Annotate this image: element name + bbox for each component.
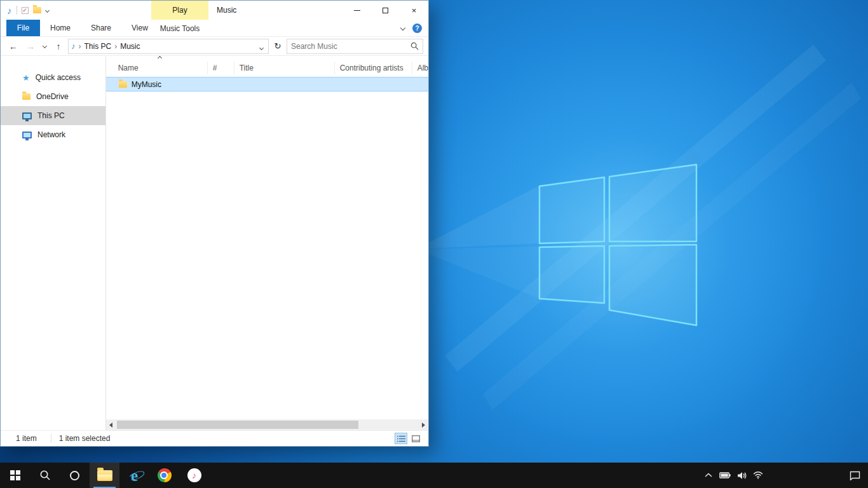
- scrollbar-thumb[interactable]: [117, 421, 358, 429]
- location-music-icon: ♪: [71, 41, 76, 51]
- action-center-icon: [850, 471, 860, 480]
- ribbon-tab-strip: File Home Share View Music Tools ?: [1, 20, 428, 37]
- scrollbar-track[interactable]: [116, 419, 419, 430]
- action-center-button[interactable]: [841, 463, 868, 488]
- column-header-title[interactable]: Title: [234, 62, 335, 74]
- close-icon: ×: [412, 6, 417, 15]
- qat-check-icon[interactable]: ✓: [22, 7, 29, 14]
- contextual-group-music-tools[interactable]: Music Tools: [151, 20, 208, 37]
- taskbar-chrome-button[interactable]: [149, 463, 179, 488]
- desktop: ♪ ✓ Play Music × File Home Share View Mu…: [0, 0, 868, 488]
- column-header-album[interactable]: Alb: [412, 62, 428, 74]
- large-icons-view-icon: [412, 435, 420, 442]
- item-count: 1 item: [16, 434, 37, 443]
- quick-access-star-icon: ★: [22, 74, 30, 82]
- explorer-window: ♪ ✓ Play Music × File Home Share View Mu…: [0, 0, 429, 447]
- this-pc-icon: [22, 112, 32, 119]
- scroll-right-button[interactable]: [419, 419, 428, 430]
- chevron-down-icon: [259, 45, 264, 50]
- cortana-icon: [70, 471, 79, 480]
- search-icon: [39, 470, 51, 481]
- folder-icon: [119, 81, 127, 88]
- help-icon[interactable]: ?: [412, 24, 422, 33]
- address-bar-row: ← → ↑ ♪ › This PC › Music ↻: [1, 37, 428, 56]
- window-title: Music: [217, 1, 236, 20]
- ribbon-right-controls: ?: [401, 20, 428, 36]
- sort-ascending-icon: [158, 56, 162, 60]
- details-view-button[interactable]: [395, 433, 407, 444]
- start-button[interactable]: [0, 463, 30, 488]
- expand-ribbon-icon[interactable]: [400, 25, 405, 30]
- app-music-icon: ♪: [7, 6, 12, 15]
- column-header-name[interactable]: Name: [106, 62, 208, 74]
- qat-folder-icon[interactable]: [33, 7, 41, 13]
- contextual-tab-play[interactable]: Play: [151, 1, 208, 20]
- breadcrumb-music[interactable]: Music: [120, 42, 140, 51]
- chevron-up-icon: [705, 473, 712, 478]
- titlebar: ♪ ✓ Play Music ×: [1, 1, 428, 20]
- breadcrumb-separator: ›: [79, 42, 81, 51]
- breadcrumb-this-pc[interactable]: This PC: [85, 42, 112, 51]
- horizontal-scrollbar[interactable]: [106, 419, 428, 430]
- sidebar-item-label: OneDrive: [36, 92, 69, 101]
- taskbar-file-explorer-button[interactable]: [90, 463, 119, 488]
- itunes-icon: ♪: [187, 468, 201, 482]
- onedrive-icon: [22, 93, 31, 100]
- internet-explorer-icon: e: [131, 468, 138, 484]
- scroll-left-button[interactable]: [106, 419, 116, 430]
- speaker-icon: [737, 471, 747, 480]
- qat-dropdown-icon[interactable]: [44, 8, 49, 12]
- search-box: [287, 39, 423, 54]
- taskbar-search-button[interactable]: [30, 463, 60, 488]
- address-dropdown-button[interactable]: [260, 41, 266, 52]
- address-bar[interactable]: ♪ › This PC › Music: [68, 39, 269, 54]
- close-button[interactable]: ×: [400, 1, 428, 20]
- explorer-main: ★ Quick access OneDrive This PC Network: [1, 57, 428, 430]
- details-view-icon: [397, 435, 405, 442]
- battery-button[interactable]: [717, 463, 733, 488]
- volume-button[interactable]: [733, 463, 750, 488]
- file-row-mymusic[interactable]: MyMusic: [106, 77, 428, 92]
- status-bar: 1 item 1 item selected: [1, 430, 428, 446]
- sidebar-item-onedrive[interactable]: OneDrive: [1, 87, 105, 106]
- chevron-down-icon: [42, 44, 46, 48]
- search-input[interactable]: [291, 42, 410, 51]
- search-icon: [410, 42, 419, 50]
- hidden-icons-button[interactable]: [700, 463, 717, 488]
- tab-file[interactable]: File: [6, 20, 40, 36]
- cortana-button[interactable]: [60, 463, 90, 488]
- tab-share[interactable]: Share: [81, 20, 121, 36]
- network-wifi-button[interactable]: [750, 463, 766, 488]
- wifi-icon: [753, 471, 763, 479]
- back-button[interactable]: ←: [6, 39, 21, 54]
- triangle-left-icon: [109, 423, 112, 428]
- file-explorer-icon: [97, 470, 112, 481]
- sidebar-item-network[interactable]: Network: [1, 125, 105, 144]
- taskbar-itunes-button[interactable]: ♪: [179, 463, 209, 488]
- minimize-button[interactable]: [342, 1, 371, 20]
- selection-count: 1 item selected: [51, 434, 111, 443]
- maximize-button[interactable]: [371, 1, 400, 20]
- column-header-number[interactable]: #: [208, 62, 234, 74]
- sidebar-item-quick-access[interactable]: ★ Quick access: [1, 68, 105, 87]
- separator: [17, 6, 17, 15]
- navigation-pane: ★ Quick access OneDrive This PC Network: [1, 57, 106, 430]
- file-list-pane: Name # Title Contributing artists Alb My…: [106, 57, 428, 430]
- recent-locations-icon[interactable]: [40, 39, 49, 54]
- battery-icon: [719, 472, 731, 478]
- sidebar-item-this-pc[interactable]: This PC: [1, 106, 105, 125]
- maximize-icon: [383, 8, 388, 13]
- view-toggles: [395, 433, 424, 444]
- forward-button[interactable]: →: [23, 39, 38, 54]
- tab-home[interactable]: Home: [40, 20, 81, 36]
- taskbar-internet-explorer-button[interactable]: e: [119, 463, 149, 488]
- large-icons-view-button[interactable]: [409, 433, 422, 444]
- column-header-contributing-artists[interactable]: Contributing artists: [335, 62, 412, 74]
- network-icon: [22, 132, 32, 139]
- quick-access-toolbar: ♪ ✓: [1, 6, 72, 15]
- refresh-button[interactable]: ↻: [271, 39, 285, 54]
- up-button[interactable]: ↑: [51, 39, 66, 54]
- system-tray: [700, 463, 868, 488]
- column-headers: Name # Title Contributing artists Alb: [106, 59, 428, 77]
- sidebar-item-label: Network: [37, 130, 65, 139]
